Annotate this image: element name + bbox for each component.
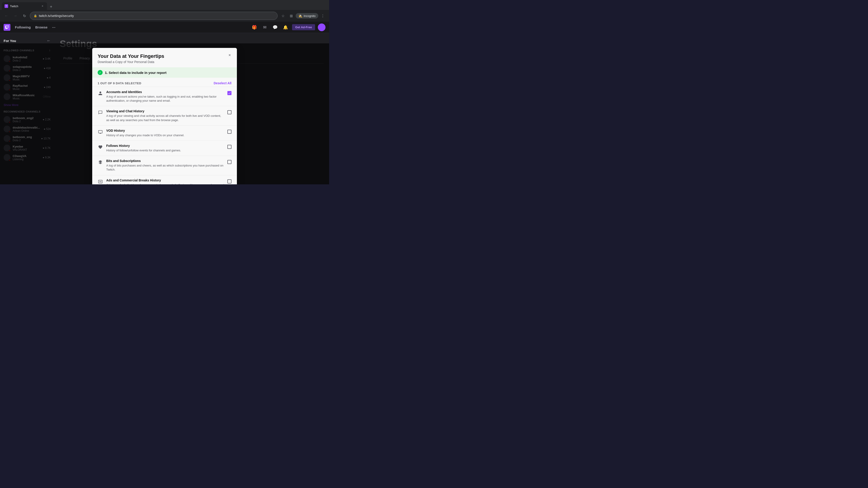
browser-chrome: T Twitch × + ← → ↻ 🔒 twitch.tv/settings/… — [0, 0, 329, 22]
viewing-desc: A log of your viewing and chat activity … — [106, 114, 224, 122]
messages-button[interactable]: ✉ — [261, 24, 269, 31]
viewing-content: Viewing and Chat History A log of your v… — [106, 109, 224, 122]
nav-browse[interactable]: Browse — [35, 25, 48, 29]
address-bar[interactable]: 🔒 twitch.tv/settings/security — [30, 12, 278, 20]
nav-bar: ← → ↻ 🔒 twitch.tv/settings/security ☆ ⊞ … — [0, 10, 329, 22]
dialog-header: Your Data at Your Fingertips Download a … — [92, 48, 237, 67]
step-header: ✓ 1. Select data to include in your repo… — [92, 67, 237, 78]
nav-more[interactable]: ⋯ — [52, 25, 55, 29]
bits-title: Bits and Subscriptions — [106, 159, 224, 163]
active-tab[interactable]: T Twitch × — [2, 2, 47, 10]
ads-checkbox[interactable] — [227, 180, 231, 184]
data-item-accounts: Accounts and Identities A log of account… — [92, 87, 237, 106]
lock-icon: 🔒 — [34, 14, 37, 18]
follows-checkbox[interactable] — [227, 145, 231, 149]
vod-content: VOD History History of any changes you m… — [106, 129, 224, 137]
user-avatar[interactable] — [318, 24, 326, 31]
viewing-title: Viewing and Chat History — [106, 109, 224, 113]
data-item-bits: Bits and Subscriptions A log of bits pur… — [92, 156, 237, 175]
dialog: × Your Data at Your Fingertips Download … — [92, 48, 237, 184]
incognito-badge: 🕵️ Incognito — [296, 13, 318, 19]
dialog-overlay: × Your Data at Your Fingertips Download … — [0, 43, 329, 184]
browser-menu-button[interactable]: ⋮ — [319, 12, 327, 20]
chat-button[interactable]: 💬 — [271, 24, 279, 31]
nav-following[interactable]: Following — [15, 25, 31, 29]
get-ad-free-button[interactable]: Get Ad-Free — [292, 24, 315, 30]
ads-desc: A history of ads that have been requeste… — [106, 183, 224, 185]
tab-bar: T Twitch × + — [0, 0, 329, 10]
reload-button[interactable]: ↻ — [21, 12, 28, 20]
bits-checkbox[interactable] — [227, 160, 231, 164]
accounts-desc: A log of account actions you've taken, s… — [106, 95, 224, 103]
twitch-logo[interactable] — [4, 24, 10, 31]
step-label: 1. Select data to include in your report — [105, 71, 166, 74]
accounts-icon — [98, 91, 103, 96]
dialog-body: 1 OUT OF 9 DATA SELECTED Deselect All Ac… — [92, 78, 237, 184]
bits-icon — [98, 160, 103, 165]
address-text: twitch.tv/settings/security — [39, 14, 74, 18]
selection-header: 1 OUT OF 9 DATA SELECTED Deselect All — [92, 78, 237, 87]
ads-icon — [98, 179, 103, 184]
follows-icon — [98, 144, 103, 150]
gifts-button[interactable]: 🎁 — [250, 24, 258, 31]
step-check-icon: ✓ — [98, 70, 103, 75]
dialog-title: Your Data at Your Fingertips — [98, 53, 231, 59]
forward-button[interactable]: → — [12, 12, 19, 20]
tab-favicon: T — [4, 4, 8, 8]
for-you-label: For You — [4, 39, 16, 43]
nav-actions: ☆ ⊞ 🕵️ Incognito ⋮ — [279, 12, 327, 20]
bits-content: Bits and Subscriptions A log of bits pur… — [106, 159, 224, 172]
vod-title: VOD History — [106, 129, 224, 132]
data-item-viewing: Viewing and Chat History A log of your v… — [92, 106, 237, 125]
dialog-close-button[interactable]: × — [226, 52, 233, 59]
vod-checkbox[interactable] — [227, 130, 231, 134]
data-item-ads: Ads and Commercial Breaks History A hist… — [92, 175, 237, 185]
extensions-button[interactable]: ⊞ — [287, 12, 295, 20]
header-actions: 🎁 ✉ 💬 🔔 Get Ad-Free — [250, 24, 326, 31]
viewing-checkbox[interactable] — [227, 110, 231, 114]
collapse-icon[interactable]: ← — [46, 38, 51, 43]
twitch-app: Following Browse ⋯ 🎁 ✉ 💬 🔔 Get Ad-Free F… — [0, 22, 329, 184]
back-button[interactable]: ← — [3, 12, 10, 20]
vod-desc: History of any changes you made to VODs … — [106, 133, 224, 137]
viewing-icon — [98, 110, 103, 115]
twitch-header: Following Browse ⋯ 🎁 ✉ 💬 🔔 Get Ad-Free — [0, 22, 329, 33]
deselect-all-button[interactable]: Deselect All — [214, 81, 231, 85]
tab-title: Twitch — [10, 4, 39, 8]
selection-count: 1 OUT OF 9 DATA SELECTED — [98, 82, 141, 85]
star-button[interactable]: ☆ — [279, 12, 287, 20]
vod-icon — [98, 129, 103, 135]
accounts-content: Accounts and Identities A log of account… — [106, 90, 224, 103]
dialog-subtitle: Download a Copy of Your Personal Data — [98, 60, 231, 64]
data-item-vod: VOD History History of any changes you m… — [92, 125, 237, 140]
new-tab-button[interactable]: + — [48, 4, 54, 10]
follows-content: Follows History History of follow/unfoll… — [106, 144, 224, 153]
notifications-button[interactable]: 🔔 — [282, 24, 289, 31]
tab-close-button[interactable]: × — [41, 4, 44, 8]
accounts-title: Accounts and Identities — [106, 90, 224, 94]
follows-desc: History of follow/unfollow events for ch… — [106, 149, 224, 153]
ads-content: Ads and Commercial Breaks History A hist… — [106, 178, 224, 185]
bits-desc: A log of bits purchases and cheers, as w… — [106, 164, 224, 172]
follows-title: Follows History — [106, 144, 224, 148]
data-item-follows: Follows History History of follow/unfoll… — [92, 140, 237, 156]
ads-title: Ads and Commercial Breaks History — [106, 178, 224, 182]
accounts-checkbox[interactable] — [227, 91, 231, 95]
